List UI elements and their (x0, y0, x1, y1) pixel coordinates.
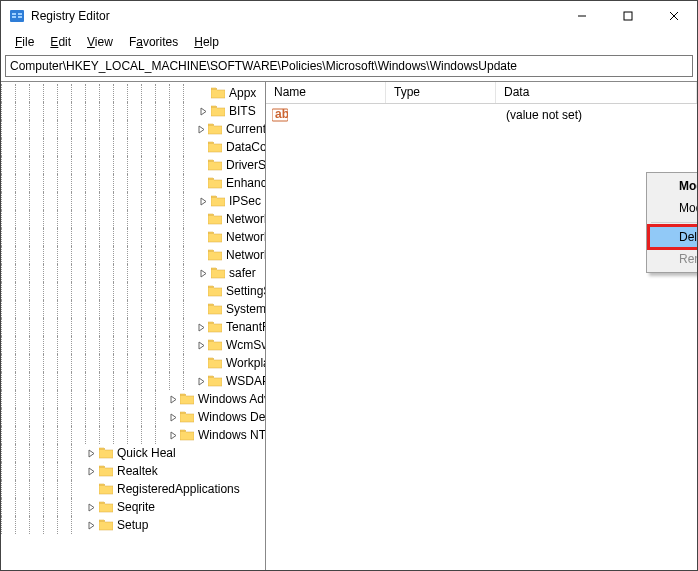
folder-icon (99, 483, 113, 495)
expander-icon[interactable] (85, 519, 97, 531)
tree-pane[interactable]: AppxBITSCurrentVersionDataCollectionDriv… (1, 82, 266, 570)
window-controls (559, 1, 697, 31)
menu-help[interactable]: Help (186, 33, 227, 51)
tree-item-label: Appx (229, 86, 256, 100)
tree-item[interactable]: Seqrite (1, 498, 265, 516)
tree-item[interactable]: TenantRestrictions (1, 318, 265, 336)
tree-item[interactable]: safer (1, 264, 265, 282)
tree-item-label: Network Connections (226, 212, 266, 226)
tree-item-label: WcmSvc (226, 338, 266, 352)
context-menu: Modify... Modify Binary Data... Delete R… (646, 172, 698, 273)
svg-rect-6 (624, 12, 632, 20)
tree-item[interactable]: Appx (1, 84, 265, 102)
menu-view[interactable]: View (79, 33, 121, 51)
tree-item-label: BITS (229, 104, 256, 118)
folder-icon (208, 321, 222, 333)
tree-item-label: NetworkProvider (226, 248, 266, 262)
tree-item[interactable]: DriverSearching (1, 156, 265, 174)
close-button[interactable] (651, 1, 697, 31)
tree-item[interactable]: Windows Advanced Threat Protection (1, 390, 265, 408)
folder-icon (208, 213, 222, 225)
tree-item-label: IPSec (229, 194, 261, 208)
folder-icon (208, 357, 222, 369)
expander-icon[interactable] (169, 393, 178, 405)
expander-icon[interactable] (85, 465, 97, 477)
tree-item-label: Windows NT (198, 428, 266, 442)
cell-data: (value not set) (498, 108, 697, 122)
address-bar[interactable]: Computer\HKEY_LOCAL_MACHINE\SOFTWARE\Pol… (5, 55, 693, 77)
tree-item[interactable]: WSDAPI (1, 372, 265, 390)
tree-item[interactable]: Network Connections (1, 210, 265, 228)
svg-rect-2 (12, 16, 16, 18)
folder-icon (208, 285, 222, 297)
tree-item-label: EnhancedStorageDevices (226, 176, 266, 190)
tree-item[interactable]: BITS (1, 102, 265, 120)
tree-item[interactable]: NetworkProvider (1, 246, 265, 264)
expander-icon[interactable] (197, 339, 206, 351)
tree-item[interactable]: Setup (1, 516, 265, 534)
tree-item-label: RegisteredApplications (117, 482, 240, 496)
folder-icon (208, 141, 222, 153)
expander-icon[interactable] (85, 447, 97, 459)
context-modify[interactable]: Modify... (649, 175, 698, 197)
menu-file[interactable]: File (7, 33, 42, 51)
tree-item-label: DataCollection (226, 140, 266, 154)
folder-icon (211, 195, 225, 207)
expander-icon[interactable] (169, 411, 178, 423)
context-modify-binary[interactable]: Modify Binary Data... (649, 197, 698, 219)
column-data[interactable]: Data (496, 82, 697, 103)
folder-icon (180, 429, 194, 441)
tree-item[interactable]: DataCollection (1, 138, 265, 156)
expander-icon[interactable] (197, 195, 209, 207)
tree-item[interactable]: Quick Heal (1, 444, 265, 462)
tree-item-label: CurrentVersion (226, 122, 266, 136)
tree-item[interactable]: CurrentVersion (1, 120, 265, 138)
expander-icon[interactable] (85, 501, 97, 513)
menu-favorites[interactable]: Favorites (121, 33, 186, 51)
tree-item[interactable]: Realtek (1, 462, 265, 480)
string-value-icon: ab (272, 108, 288, 122)
svg-text:ab: ab (275, 108, 288, 121)
column-type[interactable]: Type (386, 82, 496, 103)
maximize-button[interactable] (605, 1, 651, 31)
tree-item-label: TenantRestrictions (226, 320, 266, 334)
expander-icon[interactable] (197, 375, 206, 387)
context-rename[interactable]: Rename (649, 248, 698, 270)
folder-icon (208, 177, 222, 189)
regedit-icon (9, 8, 25, 24)
list-row[interactable]: ab(value not set) (266, 106, 697, 124)
tree-item-label: Windows Advanced Threat Protection (198, 392, 266, 406)
tree-item-label: WorkplaceJoin (226, 356, 266, 370)
tree-item[interactable]: System (1, 300, 265, 318)
tree-item[interactable]: Windows Defender (1, 408, 265, 426)
tree-item-label: Quick Heal (117, 446, 176, 460)
folder-icon (180, 393, 194, 405)
tree-item-label: Windows Defender (198, 410, 266, 424)
context-delete[interactable]: Delete (649, 226, 698, 248)
menubar: File Edit View Favorites Help (1, 31, 697, 53)
tree-item[interactable]: RegisteredApplications (1, 480, 265, 498)
list-header: Name Type Data (266, 82, 697, 104)
expander-icon[interactable] (197, 321, 206, 333)
tree-item[interactable]: Windows NT (1, 426, 265, 444)
menu-edit[interactable]: Edit (42, 33, 79, 51)
tree-item[interactable]: WcmSvc (1, 336, 265, 354)
tree-item[interactable]: SettingSync (1, 282, 265, 300)
expander-icon[interactable] (197, 267, 209, 279)
svg-rect-1 (12, 13, 16, 15)
tree-item[interactable]: EnhancedStorageDevices (1, 174, 265, 192)
tree-item-label: safer (229, 266, 256, 280)
folder-icon (180, 411, 194, 423)
folder-icon (208, 339, 222, 351)
folder-icon (208, 159, 222, 171)
tree-item[interactable]: IPSec (1, 192, 265, 210)
expander-icon[interactable] (197, 123, 206, 135)
folder-icon (208, 375, 222, 387)
minimize-button[interactable] (559, 1, 605, 31)
column-name[interactable]: Name (266, 82, 386, 103)
tree-item[interactable]: NetworkConnectivityStatusIndicator (1, 228, 265, 246)
list-pane[interactable]: Name Type Data ab(value not set) Modify.… (266, 82, 697, 570)
expander-icon[interactable] (197, 105, 209, 117)
expander-icon[interactable] (169, 429, 178, 441)
tree-item[interactable]: WorkplaceJoin (1, 354, 265, 372)
